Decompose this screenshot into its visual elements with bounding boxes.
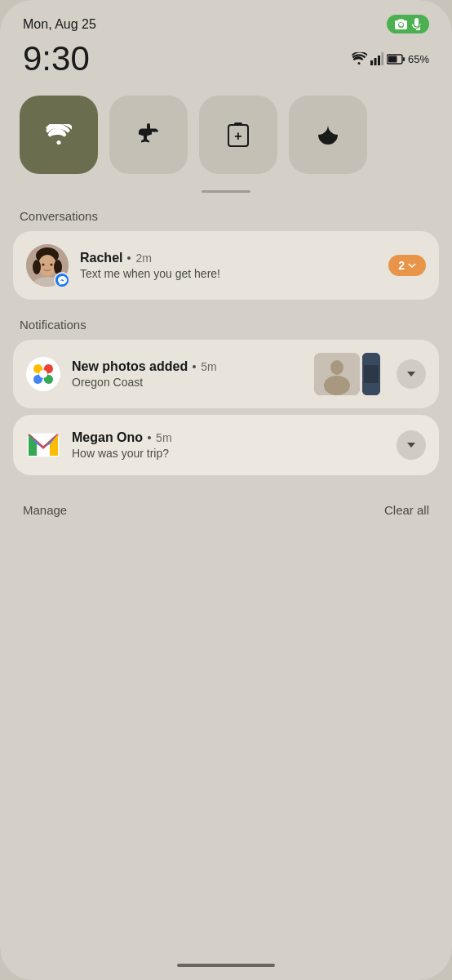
status-date: Mon, Aug 25	[23, 17, 96, 32]
wifi-status-icon	[351, 52, 367, 65]
gmail-notif-text: Megan Ono 5m How was your trip?	[72, 430, 385, 460]
gmail-expand-btn[interactable]	[397, 430, 426, 460]
rachel-name: Rachel	[80, 251, 122, 265]
svg-point-21	[330, 360, 343, 375]
svg-rect-0	[370, 60, 373, 65]
moon-qs-icon	[317, 123, 339, 146]
photos-notif-text: New photos added 5m Oregon Coast	[72, 359, 303, 389]
qs-tile-airplane[interactable]	[109, 96, 188, 174]
wifi-qs-icon	[46, 124, 72, 145]
rachel-badge-count[interactable]: 2	[388, 255, 426, 276]
svg-point-17	[51, 264, 53, 266]
signal-icon	[370, 52, 383, 65]
rachel-notif-text: Rachel 2m Text me when you get here!	[80, 251, 377, 280]
svg-rect-24	[364, 365, 379, 383]
messenger-badge	[54, 272, 70, 288]
clear-all-button[interactable]: Clear all	[384, 500, 429, 520]
qs-tile-dnd[interactable]	[289, 96, 367, 174]
notifications-section-label: Notifications	[0, 318, 452, 340]
dot-sep-3	[148, 436, 151, 439]
megan-time: 5m	[156, 431, 171, 444]
conversations-section-label: Conversations	[0, 209, 452, 231]
airplane-qs-icon	[136, 122, 161, 147]
battery-percentage: 65%	[408, 53, 429, 65]
status-bar-time-row: 9:30 65%	[0, 40, 452, 89]
gmail-chevron-down-icon	[407, 443, 415, 448]
photos-body: Oregon Coast	[72, 376, 303, 389]
badge-chevron-icon	[408, 263, 416, 269]
rachel-message: Text me when you get here!	[80, 267, 377, 280]
thumbnail-2	[362, 353, 380, 395]
google-photos-svg	[26, 357, 60, 391]
gmail-app-icon	[26, 428, 60, 462]
megan-body: How was your trip?	[72, 447, 385, 460]
photos-thumbnail-group	[314, 353, 380, 395]
notifications-list: New photos added 5m Oregon Coast	[0, 340, 452, 493]
gmail-notif-title: Megan Ono 5m	[72, 430, 385, 445]
status-icons: 65%	[351, 52, 429, 65]
svg-rect-5	[403, 57, 405, 61]
svg-text:+: +	[234, 129, 242, 143]
dot-sep-2	[193, 365, 196, 368]
camera-mic-indicator	[387, 15, 429, 33]
screen: Mon, Aug 25 9:30	[0, 0, 452, 980]
status-time: 9:30	[23, 42, 90, 76]
rachel-time: 2m	[135, 252, 151, 265]
svg-rect-1	[374, 58, 376, 65]
svg-point-22	[324, 376, 350, 395]
rachel-avatar-wrap	[26, 244, 69, 287]
svg-point-16	[42, 264, 45, 266]
svg-rect-6	[388, 56, 397, 62]
qs-tile-wifi[interactable]	[20, 96, 98, 174]
google-photos-app-icon	[26, 357, 60, 391]
svg-point-19	[39, 370, 47, 378]
notification-actions: Manage Clear all	[0, 493, 452, 520]
photos-notif-title: New photos added 5m	[72, 359, 303, 374]
camera-icon	[395, 19, 407, 29]
status-right-top	[387, 15, 429, 33]
svg-point-12	[38, 255, 56, 276]
conversation-card-rachel[interactable]: Rachel 2m Text me when you get here! 2	[13, 231, 439, 300]
gmail-svg	[27, 433, 60, 457]
home-bar	[177, 964, 275, 967]
notification-card-gmail[interactable]: Megan Ono 5m How was your trip?	[13, 415, 439, 475]
battery-saver-qs-icon: +	[228, 122, 249, 147]
dot-sep	[127, 256, 131, 260]
rachel-notif-title: Rachel 2m	[80, 251, 377, 265]
section-divider	[202, 190, 250, 193]
status-bar-top: Mon, Aug 25	[0, 0, 452, 40]
qs-tile-battery-saver[interactable]: +	[199, 96, 277, 174]
quick-settings-row: +	[0, 89, 452, 190]
thumbnail-1	[314, 353, 360, 395]
svg-point-13	[33, 260, 41, 274]
photos-title: New photos added	[72, 359, 188, 374]
svg-rect-2	[378, 56, 380, 65]
messenger-icon	[58, 276, 67, 285]
manage-button[interactable]: Manage	[23, 500, 67, 520]
battery-icon	[387, 54, 405, 65]
photos-chevron-down-icon	[407, 372, 415, 376]
svg-rect-3	[381, 52, 383, 65]
megan-name: Megan Ono	[72, 430, 143, 445]
mic-icon	[412, 18, 421, 30]
notification-card-photos[interactable]: New photos added 5m Oregon Coast	[13, 340, 439, 408]
photos-expand-btn[interactable]	[397, 359, 426, 389]
photos-time: 5m	[201, 360, 216, 373]
conversations-list: Rachel 2m Text me when you get here! 2	[0, 231, 452, 318]
